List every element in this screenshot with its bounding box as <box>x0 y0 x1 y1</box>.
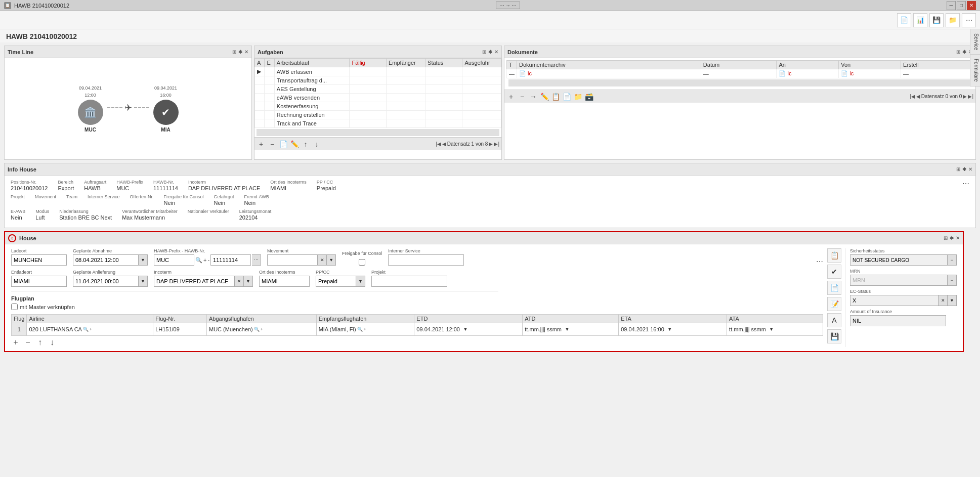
house-movement-input[interactable] <box>267 254 318 266</box>
house-geplante-anlieferung-input[interactable] <box>73 276 139 287</box>
task-row-2[interactable]: Transportauftrag d... <box>255 76 501 85</box>
dokumente-scroll[interactable] <box>508 79 971 86</box>
house-ri-btn-2[interactable]: ✔ <box>827 265 841 279</box>
hawb-search-icon[interactable]: 🔍 <box>195 257 202 264</box>
flug-etd-dropdown[interactable]: ▼ <box>461 324 470 335</box>
house-geplante-abnahme-dropdown-btn[interactable]: ▼ <box>139 254 148 266</box>
ec-status-clear-btn[interactable]: ✕ <box>939 295 948 306</box>
hawb-plus-icon[interactable]: + <box>203 257 206 263</box>
house-ort-incoterms-input[interactable] <box>259 276 310 287</box>
dokumente-pin-btn[interactable]: ✱ <box>962 49 966 55</box>
aufgaben-remove-btn[interactable]: − <box>268 140 277 149</box>
info-pin-btn[interactable]: ✱ <box>962 166 966 172</box>
house-interner-service-input[interactable] <box>388 254 464 266</box>
timeline-close-btn[interactable]: ✕ <box>244 49 248 55</box>
sidebar-tab-service[interactable]: Service <box>970 29 980 55</box>
house-movement-clear-btn[interactable]: ✕ <box>318 254 327 266</box>
house-ladeort-input[interactable] <box>11 254 67 266</box>
toolbar-folder-btn[interactable]: 📁 <box>946 13 960 27</box>
house-incoterm-input[interactable] <box>154 276 235 287</box>
flug-empfang-search[interactable]: 🔍 <box>357 327 363 332</box>
window-controls[interactable]: ─ □ ✕ <box>947 1 976 10</box>
flug-up-btn[interactable]: ↑ <box>35 338 45 347</box>
house-ri-btn-4[interactable]: 📝 <box>827 297 841 311</box>
mrn-btn[interactable]: − <box>948 275 957 286</box>
sicherheitsstatus-input[interactable] <box>850 254 948 266</box>
dok-copy-btn[interactable]: 📋 <box>551 92 560 101</box>
house-ri-btn-5[interactable]: A <box>827 313 841 327</box>
toolbar-more-btn[interactable]: ⋯ <box>962 13 976 27</box>
aufgaben-doc-btn[interactable]: 📄 <box>279 140 288 149</box>
house-ri-btn-1[interactable]: 📋 <box>827 248 841 263</box>
flug-atd-dropdown[interactable]: ▼ <box>563 324 572 335</box>
flug-empfang-plus[interactable]: + <box>364 327 366 332</box>
flug-down-btn[interactable]: ↓ <box>48 338 57 347</box>
mrn-input[interactable] <box>850 275 948 286</box>
dok-folder-btn[interactable]: 📁 <box>573 92 582 101</box>
task-row-3[interactable]: AES Gestellung <box>255 85 501 94</box>
timeline-expand-btn[interactable]: ⊞ <box>232 49 236 55</box>
pg-prev-btn[interactable]: ◀ <box>442 141 446 147</box>
dok-archive-btn[interactable]: 🗃️ <box>584 92 593 101</box>
task-row-6[interactable]: Rechnung erstellen <box>255 111 501 119</box>
dokumente-expand-btn[interactable]: ⊞ <box>956 49 960 55</box>
info-close-btn[interactable]: ✕ <box>968 166 972 172</box>
ec-status-dropdown-btn[interactable]: ▼ <box>948 295 957 306</box>
dok-pg-next[interactable]: ▶ <box>963 94 967 99</box>
toolbar-save-btn[interactable]: 💾 <box>929 13 944 27</box>
amount-insurance-input[interactable] <box>850 315 946 326</box>
house-hawb-prefix-input[interactable] <box>154 254 194 266</box>
dok-arrow-btn[interactable]: → <box>529 92 538 101</box>
house-ri-btn-6[interactable]: 💾 <box>827 329 841 343</box>
house-hawb-nr-input[interactable] <box>210 254 251 266</box>
task-row-7[interactable]: Track and Trace <box>255 119 501 128</box>
house-entladeort-input[interactable] <box>11 276 67 287</box>
house-anlieferung-dropdown-btn[interactable]: ▼ <box>139 276 148 287</box>
dok-add-btn[interactable]: + <box>506 92 516 101</box>
house-freigabe-checkbox[interactable] <box>342 259 382 266</box>
ec-status-input[interactable] <box>850 295 939 306</box>
aufgaben-add-btn[interactable]: + <box>257 140 266 149</box>
toolbar-doc-btn[interactable]: 📄 <box>897 13 911 27</box>
dok-edit-btn[interactable]: ✏️ <box>540 92 549 101</box>
dok-pg-last[interactable]: ▶| <box>968 94 973 99</box>
house-hawb-nr-btn[interactable]: ⋯ <box>252 254 261 266</box>
house-ppcc-dropdown-btn[interactable]: ▼ <box>356 276 365 287</box>
house-ri-btn-3[interactable]: 📄 <box>827 281 841 295</box>
dok-pg-first[interactable]: |◀ <box>910 94 915 99</box>
pg-last-btn[interactable]: ▶| <box>494 141 499 147</box>
house-geplante-abnahme-input[interactable] <box>73 254 139 266</box>
task-row-4[interactable]: eAWB versenden <box>255 94 501 102</box>
flug-airline-plus[interactable]: + <box>90 327 92 332</box>
house-controls[interactable]: ⊞ ✱ ✕ <box>944 235 960 241</box>
house-close-btn[interactable]: ✕ <box>956 235 960 241</box>
flug-add-btn[interactable]: + <box>11 338 20 347</box>
aufgaben-expand-btn[interactable]: ⊞ <box>482 49 486 55</box>
house-pin-btn[interactable]: ✱ <box>950 235 954 241</box>
house-projekt-input[interactable] <box>371 276 447 287</box>
flug-remove-btn[interactable]: − <box>23 338 32 347</box>
pg-next-btn[interactable]: ▶ <box>489 141 493 147</box>
house-more-icon[interactable]: ⋯ <box>816 257 823 266</box>
minimize-button[interactable]: ─ <box>947 1 956 10</box>
flug-ata-dropdown[interactable]: ▼ <box>767 324 776 335</box>
maximize-button[interactable]: □ <box>957 1 966 10</box>
house-more-options[interactable]: ⋯ <box>816 257 823 266</box>
dok-doc-btn[interactable]: 📄 <box>562 92 571 101</box>
dok-pg-prev[interactable]: ◀ <box>916 94 920 99</box>
sicherheitsstatus-btn[interactable]: − <box>948 254 957 266</box>
pg-first-btn[interactable]: |◀ <box>436 141 441 147</box>
aufgaben-scroll[interactable] <box>257 129 499 136</box>
flug-abgang-plus[interactable]: + <box>261 327 263 332</box>
task-row-1[interactable]: ▶ AWB erfassen <box>255 67 501 76</box>
house-incoterm-clear-btn[interactable]: ✕ <box>235 276 244 287</box>
dok-remove-btn[interactable]: − <box>518 92 527 101</box>
sidebar-tab-formulare[interactable]: Formulare <box>970 55 980 86</box>
aufgaben-close-btn[interactable]: ✕ <box>494 49 498 55</box>
flug-airline-search[interactable]: 🔍 <box>83 327 89 332</box>
timeline-controls[interactable]: ⊞ ✱ ✕ <box>232 49 248 55</box>
aufgaben-controls[interactable]: ⊞ ✱ ✕ <box>482 49 498 55</box>
aufgaben-edit-btn[interactable]: ✏️ <box>290 140 299 149</box>
house-movement-dropdown-btn[interactable]: ▼ <box>327 254 336 266</box>
house-incoterm-dropdown-btn[interactable]: ▼ <box>244 276 253 287</box>
